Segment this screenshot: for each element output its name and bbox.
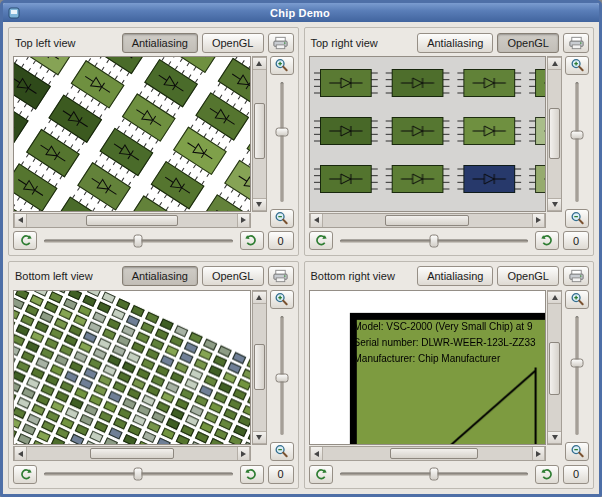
antialiasing-button[interactable]: Antialiasing bbox=[417, 33, 493, 53]
opengl-button[interactable]: OpenGL bbox=[497, 33, 559, 53]
zoom-slider-handle[interactable] bbox=[275, 127, 288, 136]
reset-button[interactable]: 0 bbox=[268, 231, 294, 250]
rotate-slider-handle[interactable] bbox=[134, 234, 143, 247]
zoom-out-button[interactable] bbox=[565, 442, 589, 461]
zoom-slider[interactable] bbox=[568, 79, 586, 205]
quadrant-grid: Top left view Antialiasing OpenGL bbox=[3, 22, 599, 494]
rotate-slider[interactable] bbox=[41, 465, 236, 483]
horizontal-scroll-thumb[interactable] bbox=[86, 215, 178, 226]
rotate-slider-handle[interactable] bbox=[134, 468, 143, 481]
print-button[interactable] bbox=[268, 266, 294, 286]
scroll-up-button[interactable] bbox=[253, 57, 266, 70]
zoom-in-button[interactable] bbox=[270, 290, 294, 309]
antialiasing-button[interactable]: Antialiasing bbox=[417, 266, 493, 286]
printer-icon bbox=[272, 36, 289, 50]
scroll-right-button[interactable] bbox=[237, 214, 250, 227]
scroll-down-button[interactable] bbox=[253, 198, 266, 211]
scroll-right-button[interactable] bbox=[532, 214, 545, 227]
zoom-out-button[interactable] bbox=[565, 209, 589, 228]
rotate-right-button[interactable] bbox=[240, 231, 264, 250]
graphics-view-frame bbox=[309, 56, 563, 228]
zoom-slider-handle[interactable] bbox=[571, 358, 584, 367]
horizontal-scrollbar[interactable] bbox=[309, 213, 547, 228]
horizontal-scroll-thumb[interactable] bbox=[385, 215, 469, 226]
horizontal-scrollbar[interactable] bbox=[13, 213, 251, 228]
vertical-scrollbar[interactable] bbox=[547, 56, 562, 212]
scroll-right-button[interactable] bbox=[532, 447, 545, 460]
zoom-in-button[interactable] bbox=[565, 290, 589, 309]
vertical-scrollbar[interactable] bbox=[252, 56, 267, 212]
antialiasing-button[interactable]: Antialiasing bbox=[122, 33, 198, 53]
horizontal-scroll-track[interactable] bbox=[323, 214, 533, 227]
horizontal-scrollbar[interactable] bbox=[13, 446, 251, 461]
opengl-button[interactable]: OpenGL bbox=[202, 33, 264, 53]
rotate-slider-handle[interactable] bbox=[429, 468, 438, 481]
print-button[interactable] bbox=[563, 266, 589, 286]
rotate-right-button[interactable] bbox=[535, 231, 559, 250]
vertical-scroll-thumb[interactable] bbox=[254, 103, 265, 159]
zoom-in-button[interactable] bbox=[270, 56, 294, 75]
scroll-up-button[interactable] bbox=[253, 291, 266, 304]
rotate-right-button[interactable] bbox=[240, 465, 264, 484]
reset-button[interactable]: 0 bbox=[268, 465, 294, 484]
scroll-down-button[interactable] bbox=[548, 431, 561, 444]
vertical-scroll-track[interactable] bbox=[548, 304, 561, 432]
opengl-button[interactable]: OpenGL bbox=[202, 266, 264, 286]
reset-button[interactable]: 0 bbox=[563, 465, 589, 484]
horizontal-scroll-thumb[interactable] bbox=[390, 448, 478, 459]
right-arrow-icon bbox=[536, 217, 541, 223]
rotate-slider[interactable] bbox=[41, 232, 236, 250]
vertical-scroll-track[interactable] bbox=[548, 70, 561, 198]
scroll-down-button[interactable] bbox=[253, 431, 266, 444]
zoom-slider-handle[interactable] bbox=[275, 373, 288, 382]
vertical-scroll-thumb[interactable] bbox=[254, 344, 265, 390]
zoom-in-button[interactable] bbox=[565, 56, 589, 75]
zoom-out-button[interactable] bbox=[270, 209, 294, 228]
zoom-slider[interactable] bbox=[273, 313, 291, 439]
vertical-scrollbar[interactable] bbox=[252, 290, 267, 446]
print-button[interactable] bbox=[268, 33, 294, 53]
vertical-scroll-thumb[interactable] bbox=[549, 342, 560, 396]
titlebar[interactable]: Chip Demo bbox=[3, 3, 599, 22]
horizontal-scroll-track[interactable] bbox=[323, 447, 533, 460]
scroll-right-button[interactable] bbox=[237, 447, 250, 460]
scroll-left-button[interactable] bbox=[14, 214, 27, 227]
zoom-slider-handle[interactable] bbox=[571, 131, 584, 140]
zoom-slider[interactable] bbox=[273, 79, 291, 205]
scroll-down-button[interactable] bbox=[548, 198, 561, 211]
scroll-up-button[interactable] bbox=[548, 57, 561, 70]
zoom-out-button[interactable] bbox=[270, 442, 294, 461]
rotate-slider[interactable] bbox=[337, 232, 532, 250]
rotate-slider[interactable] bbox=[337, 465, 532, 483]
rotate-left-button[interactable] bbox=[13, 231, 37, 250]
graphics-view[interactable] bbox=[13, 290, 251, 446]
zoom-slider[interactable] bbox=[568, 313, 586, 439]
graphics-view[interactable] bbox=[13, 56, 251, 212]
horizontal-scrollbar[interactable] bbox=[309, 446, 547, 461]
vertical-scroll-track[interactable] bbox=[253, 70, 266, 198]
horizontal-scroll-thumb[interactable] bbox=[90, 448, 174, 459]
scroll-left-button[interactable] bbox=[310, 447, 323, 460]
rotate-left-button[interactable] bbox=[309, 465, 333, 484]
horizontal-scroll-track[interactable] bbox=[27, 214, 237, 227]
zoom-in-icon bbox=[570, 292, 585, 307]
vertical-scroll-thumb[interactable] bbox=[549, 108, 560, 159]
rotate-left-button[interactable] bbox=[309, 231, 333, 250]
down-arrow-icon bbox=[552, 435, 558, 440]
rotate-right-button[interactable] bbox=[535, 465, 559, 484]
rotate-slider-handle[interactable] bbox=[429, 234, 438, 247]
horizontal-scroll-track[interactable] bbox=[27, 447, 237, 460]
down-arrow-icon bbox=[552, 202, 558, 207]
reset-button[interactable]: 0 bbox=[563, 231, 589, 250]
vertical-scroll-track[interactable] bbox=[253, 304, 266, 432]
antialiasing-button[interactable]: Antialiasing bbox=[122, 266, 198, 286]
scroll-left-button[interactable] bbox=[310, 214, 323, 227]
opengl-button[interactable]: OpenGL bbox=[497, 266, 559, 286]
print-button[interactable] bbox=[563, 33, 589, 53]
scroll-left-button[interactable] bbox=[14, 447, 27, 460]
scroll-up-button[interactable] bbox=[548, 291, 561, 304]
vertical-scrollbar[interactable] bbox=[547, 290, 562, 446]
graphics-view[interactable] bbox=[309, 56, 547, 212]
rotate-left-button[interactable] bbox=[13, 465, 37, 484]
graphics-view[interactable] bbox=[309, 290, 547, 446]
